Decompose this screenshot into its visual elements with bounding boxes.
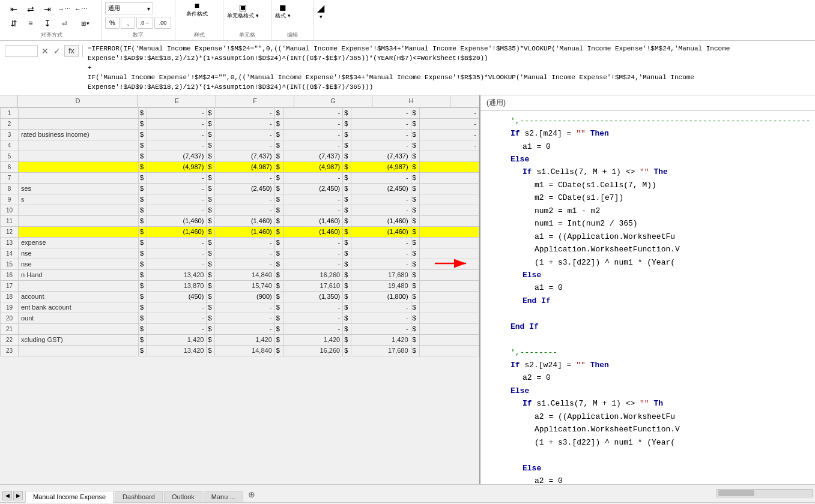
cell-dollar-sign[interactable]: $ — [139, 280, 147, 291]
cell-dollar-sign[interactable]: $ — [139, 302, 147, 313]
cell-value[interactable]: - — [215, 107, 274, 118]
cell-value[interactable]: - — [215, 205, 274, 215]
cell-value[interactable]: (1,460) — [215, 226, 274, 237]
cell-value[interactable]: - — [147, 172, 207, 183]
cell-dollar-sign[interactable]: $ — [411, 118, 419, 129]
cell-label[interactable]: expense — [19, 237, 139, 248]
cell-value[interactable]: - — [283, 129, 342, 140]
cell-dollar-sign[interactable]: $ — [207, 323, 215, 334]
cell-dollar-sign[interactable]: $ — [343, 107, 351, 118]
cell-format-dropdown[interactable]: ▣ 单元格格式 ▾ — [227, 2, 259, 20]
cell-value[interactable]: - — [215, 302, 274, 313]
cell-value[interactable]: - — [215, 172, 274, 183]
cell-dollar-sign[interactable]: $ — [411, 345, 419, 356]
cell-dollar-sign[interactable]: $ — [139, 183, 147, 194]
cell-value[interactable]: - — [215, 323, 274, 334]
cell-value[interactable]: - — [215, 129, 274, 140]
merge-btn[interactable]: ⊞▾ — [73, 17, 97, 30]
cell-dollar-sign[interactable]: $ — [343, 215, 351, 226]
cell-dollar-sign[interactable]: $ — [274, 215, 283, 226]
cell-dollar-sign[interactable]: $ — [343, 334, 351, 345]
cell-dollar-sign[interactable]: $ — [274, 259, 283, 269]
cell-dollar-sign[interactable]: $ — [207, 313, 215, 323]
cell-value[interactable]: - — [351, 248, 411, 259]
conditional-format-btn[interactable]: ■ 条件格式 — [179, 2, 215, 16]
cell-value[interactable] — [419, 280, 479, 291]
cell-label[interactable]: ses — [19, 183, 139, 194]
cell-value[interactable]: - — [147, 237, 207, 248]
cell-dollar-sign[interactable]: $ — [274, 172, 283, 183]
cell-value[interactable]: 1,420 — [351, 334, 411, 345]
cell-dollar-sign[interactable]: $ — [207, 205, 215, 215]
cell-dollar-sign[interactable]: $ — [411, 248, 419, 259]
cell-dollar-sign[interactable]: $ — [207, 140, 215, 151]
formula-confirm-btn[interactable]: ✓ — [52, 45, 62, 57]
cell-dollar-sign[interactable]: $ — [207, 302, 215, 313]
cell-value[interactable]: - — [351, 172, 411, 183]
cell-dollar-sign[interactable]: $ — [274, 140, 283, 151]
format-dropdown[interactable]: ◼ 格式 ▾ — [275, 2, 291, 20]
cell-label[interactable]: nse — [19, 259, 139, 269]
cell-value[interactable]: 17,610 — [283, 280, 342, 291]
cell-dollar-sign[interactable]: $ — [343, 172, 351, 183]
cell-label[interactable] — [19, 226, 139, 237]
cell-value[interactable]: (2,450) — [215, 183, 274, 194]
cell-dollar-sign[interactable]: $ — [207, 291, 215, 302]
fill-color-btn[interactable]: ◢ ▾ — [317, 2, 324, 20]
align-center-btn[interactable]: ⇄ — [23, 2, 38, 16]
cell-label[interactable] — [19, 215, 139, 226]
cell-dollar-sign[interactable]: $ — [343, 183, 351, 194]
cell-dollar-sign[interactable]: $ — [343, 259, 351, 269]
align-bottom-btn[interactable]: ↧ — [40, 17, 55, 30]
indent-increase-btn[interactable]: →⋯ — [56, 2, 72, 16]
cell-dollar-sign[interactable]: $ — [207, 215, 215, 226]
cell-dollar-sign[interactable]: $ — [207, 226, 215, 237]
cell-value[interactable]: (4,987) — [147, 161, 207, 172]
cell-value[interactable]: - — [147, 313, 207, 323]
cell-dollar-sign[interactable]: $ — [274, 269, 283, 280]
cell-dollar-sign[interactable]: $ — [343, 280, 351, 291]
cell-dollar-sign[interactable]: $ — [139, 226, 147, 237]
cell-label[interactable] — [19, 140, 139, 151]
cell-dollar-sign[interactable]: $ — [207, 269, 215, 280]
cell-label[interactable]: xcluding GST) — [19, 334, 139, 345]
cell-dollar-sign[interactable]: $ — [343, 323, 351, 334]
cell-value[interactable]: - — [283, 313, 342, 323]
cell-value[interactable]: - — [419, 140, 479, 151]
cell-dollar-sign[interactable]: $ — [343, 226, 351, 237]
cell-value[interactable]: - — [283, 172, 342, 183]
cell-dollar-sign[interactable]: $ — [207, 334, 215, 345]
cell-value[interactable]: - — [351, 129, 411, 140]
cell-dollar-sign[interactable]: $ — [207, 161, 215, 172]
cell-label[interactable]: account — [19, 291, 139, 302]
cell-value[interactable]: (4,987) — [215, 161, 274, 172]
cell-dollar-sign[interactable]: $ — [411, 107, 419, 118]
cell-dollar-sign[interactable]: $ — [139, 205, 147, 215]
cell-value[interactable]: 16,260 — [283, 269, 342, 280]
cell-value[interactable] — [419, 151, 479, 161]
cell-value[interactable]: (1,350) — [283, 291, 342, 302]
cell-value[interactable] — [419, 226, 479, 237]
cell-dollar-sign[interactable]: $ — [411, 323, 419, 334]
sheet-tab-manu[interactable]: Manu ... — [204, 491, 243, 502]
cell-value[interactable] — [419, 334, 479, 345]
cell-dollar-sign[interactable]: $ — [411, 334, 419, 345]
cell-value[interactable]: - — [147, 323, 207, 334]
cell-value[interactable]: - — [147, 140, 207, 151]
cell-label[interactable]: n Hand — [19, 269, 139, 280]
cell-value[interactable]: (1,460) — [351, 226, 411, 237]
cell-dollar-sign[interactable]: $ — [139, 345, 147, 356]
cell-label[interactable]: ount — [19, 313, 139, 323]
cell-value[interactable]: - — [215, 140, 274, 151]
cell-value[interactable]: 1,420 — [215, 334, 274, 345]
cell-value[interactable]: - — [283, 323, 342, 334]
cell-value[interactable]: - — [351, 118, 411, 129]
cell-dollar-sign[interactable]: $ — [411, 313, 419, 323]
cell-label[interactable] — [19, 280, 139, 291]
cell-dollar-sign[interactable]: $ — [274, 280, 283, 291]
cell-dollar-sign[interactable]: $ — [411, 194, 419, 205]
cell-value[interactable] — [419, 313, 479, 323]
cell-label[interactable] — [19, 161, 139, 172]
cell-value[interactable]: - — [283, 302, 342, 313]
cell-dollar-sign[interactable]: $ — [274, 291, 283, 302]
